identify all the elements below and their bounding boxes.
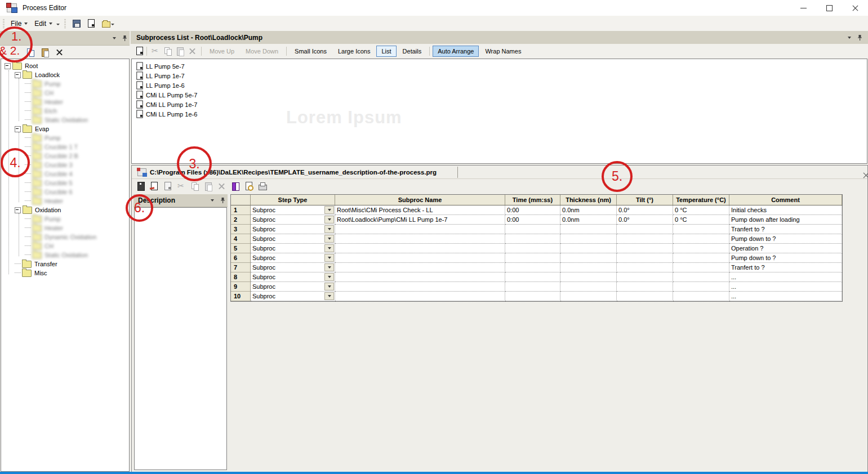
grid-cell[interactable] [673, 263, 729, 272]
tree-item-static-oxidation[interactable]: Static Oxidation [1, 115, 129, 124]
grid-cell[interactable] [673, 253, 729, 263]
grid-cell[interactable] [673, 225, 729, 234]
tree-item-dynamic-oxidation[interactable]: Dynamic Oxidation [1, 232, 129, 242]
grid-cell[interactable] [335, 225, 505, 234]
tree-item-heater[interactable]: Heater [1, 223, 129, 232]
grid-cell[interactable] [673, 234, 729, 244]
new-document-icon[interactable] [87, 19, 96, 28]
grid-cell[interactable]: Pump down to ? [729, 234, 842, 244]
step-type-dropdown-button[interactable] [324, 292, 334, 300]
grid-cell[interactable]: Tranfert to ? [729, 225, 842, 234]
delete-icon[interactable] [55, 48, 64, 57]
book-icon[interactable] [231, 182, 240, 191]
grid-cell[interactable]: 0 °C [673, 215, 729, 225]
list-item-cmi-ll-pump-1e-6[interactable]: CMi LL Pump 1e-6 [132, 109, 867, 119]
grid-cell[interactable] [505, 263, 560, 272]
auto-arrange-button[interactable]: Auto Arrange [433, 46, 479, 57]
tree-item-ch[interactable]: CH [1, 242, 129, 251]
tree-item-transfer[interactable]: Transfer [1, 260, 129, 269]
small-icons-button[interactable]: Small Icons [290, 46, 332, 57]
step-type-dropdown-button[interactable] [324, 216, 334, 223]
insert-control-icon[interactable] [136, 182, 145, 191]
tree-item-crucible-5[interactable]: Crucible 5 [1, 178, 129, 187]
step-type-dropdown-button[interactable] [324, 263, 334, 271]
step-type-dropdown-button[interactable] [324, 235, 334, 243]
list-button[interactable]: List [376, 46, 396, 57]
grid-cell[interactable] [673, 282, 729, 292]
list-item-ll-pump-5e-7[interactable]: LL Pump 5e-7 [132, 61, 867, 71]
grid-cell[interactable]: Subproc [251, 272, 335, 282]
grid-cell[interactable]: ... [729, 292, 842, 301]
open-folder-icon[interactable] [101, 19, 110, 28]
paste-icon[interactable] [176, 47, 185, 56]
maximize-button[interactable] [816, 0, 842, 16]
grid-cell[interactable] [335, 253, 505, 263]
tree-item-pump[interactable]: Pump [1, 214, 129, 223]
grid-cell[interactable] [617, 263, 673, 272]
grid-cell[interactable]: Pump down to ? [729, 253, 842, 263]
grid-cell[interactable]: 0.0° [617, 205, 673, 215]
grid-cell[interactable]: Initial checks [729, 205, 842, 215]
grid-cell[interactable]: Subproc [251, 282, 335, 292]
delete-icon[interactable] [188, 47, 197, 56]
grid-cell[interactable] [335, 263, 505, 272]
grid-cell[interactable]: ... [729, 282, 842, 292]
print-icon[interactable] [258, 182, 267, 191]
grid-cell[interactable]: 0.0nm [560, 205, 617, 215]
grid-cell[interactable] [617, 234, 673, 244]
close-button[interactable] [842, 0, 868, 16]
new-document-icon[interactable] [135, 47, 144, 56]
toolbar-grip[interactable] [64, 19, 66, 28]
grid-cell[interactable] [505, 244, 560, 253]
grid-cell[interactable]: Root\Misc\CMi Process Check - LL [335, 205, 505, 215]
grid-cell[interactable]: Root\Loadlock\Pump\CMi LL Pump 1e-7 [335, 215, 505, 225]
menu-edit[interactable]: Edit [31, 18, 56, 29]
tree-item-pump[interactable]: Pump [1, 133, 129, 142]
step-type-dropdown-button[interactable] [324, 244, 334, 252]
grid-cell[interactable]: ... [729, 272, 842, 282]
tree-item-evap[interactable]: Evap [1, 124, 129, 133]
tree-item-pump[interactable]: Pump [1, 79, 129, 88]
move-up-button[interactable]: Move Up [204, 46, 239, 57]
grid-cell[interactable] [617, 253, 673, 263]
tree-collapse-toggle[interactable] [5, 63, 11, 69]
panel-pin-button[interactable] [854, 33, 865, 43]
step-type-dropdown-button[interactable] [324, 283, 334, 290]
grid-cell[interactable] [560, 253, 617, 263]
copy-icon[interactable] [190, 182, 199, 191]
grid-cell[interactable] [617, 244, 673, 253]
list-item-ll-pump-1e-6[interactable]: LL Pump 1e-6 [132, 81, 867, 90]
export-document-icon[interactable] [163, 182, 172, 191]
grid-cell[interactable] [505, 282, 560, 292]
step-type-dropdown-button[interactable] [324, 273, 334, 281]
grid-cell[interactable] [505, 292, 560, 301]
move-down-button[interactable]: Move Down [241, 46, 283, 57]
grid-cell[interactable] [505, 253, 560, 263]
grid-cell[interactable] [505, 272, 560, 282]
tree-item-root[interactable]: Root [1, 61, 129, 70]
grid-cell[interactable] [335, 272, 505, 282]
step-type-dropdown-button[interactable] [324, 254, 334, 262]
panel-pin-button[interactable] [217, 195, 228, 205]
delete-icon[interactable] [217, 182, 226, 191]
grid-cell[interactable] [335, 282, 505, 292]
toolbar-grip[interactable] [3, 19, 5, 28]
tree-item-misc[interactable]: Misc [1, 269, 129, 278]
tree-item-static-oxidation[interactable]: Static Oxidation [1, 251, 129, 260]
grid-cell[interactable]: Tranfert to ? [729, 263, 842, 272]
copy-icon[interactable] [163, 47, 172, 56]
details-button[interactable]: Details [398, 46, 427, 57]
grid-cell[interactable] [617, 272, 673, 282]
tree-item-etch[interactable]: Etch [1, 106, 129, 115]
grid-cell[interactable]: Subproc [251, 263, 335, 272]
grid-cell[interactable] [560, 225, 617, 234]
tree-collapse-toggle[interactable] [15, 72, 21, 78]
grid-cell[interactable] [560, 234, 617, 244]
print-preview-icon[interactable] [244, 182, 253, 191]
grid-cell[interactable]: 0 °C [673, 205, 729, 215]
save-document-icon[interactable] [150, 182, 159, 191]
grid-cell[interactable]: 0:00 [505, 215, 560, 225]
grid-cell[interactable]: Subproc [251, 253, 335, 263]
grid-cell[interactable] [505, 234, 560, 244]
cut-icon[interactable] [151, 47, 160, 56]
